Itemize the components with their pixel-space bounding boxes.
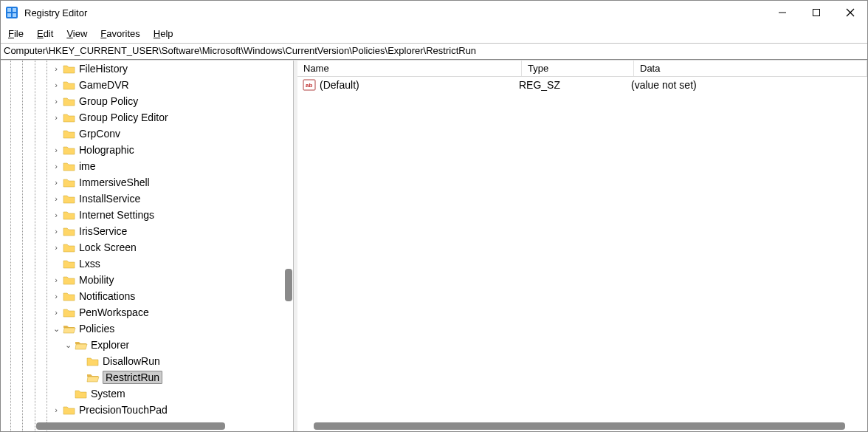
- tree-item[interactable]: DisallowRun: [1, 353, 293, 369]
- tree-item[interactable]: Lxss: [1, 256, 293, 272]
- tree-pane: ›FileHistory›GameDVR›Group Policy›Group …: [1, 61, 294, 431]
- tree-item[interactable]: ›Mobility: [1, 272, 293, 288]
- folder-icon: [63, 193, 76, 204]
- tree-item[interactable]: ›Internet Settings: [1, 207, 293, 223]
- list-body[interactable]: (Default)REG_SZ(value not set): [297, 77, 867, 431]
- tree-item-label: RestrictRun: [103, 371, 162, 384]
- reg-string-icon: [302, 78, 317, 92]
- menu-view[interactable]: View: [63, 27, 90, 41]
- chevron-right-icon[interactable]: ›: [51, 227, 61, 236]
- minimize-button[interactable]: [765, 1, 799, 24]
- folder-icon: [63, 112, 76, 123]
- value-row[interactable]: (Default)REG_SZ(value not set): [297, 77, 867, 93]
- tree-item[interactable]: ⌄Explorer: [1, 337, 293, 353]
- tree-item[interactable]: ›InstallService: [1, 191, 293, 207]
- folder-icon: [63, 128, 76, 139]
- chevron-down-icon[interactable]: ⌄: [63, 340, 73, 350]
- chevron-right-icon[interactable]: ›: [51, 145, 61, 154]
- tree-item[interactable]: ›Holographic: [1, 142, 293, 158]
- tree-item[interactable]: RestrictRun: [1, 369, 293, 385]
- tree-item-label: ImmersiveShell: [79, 176, 150, 188]
- chevron-right-icon[interactable]: ›: [51, 308, 61, 317]
- tree-item-label: InstallService: [79, 193, 140, 205]
- list-horizontal-scrollbar[interactable]: [314, 422, 845, 430]
- tree-item-label: Holographic: [79, 144, 134, 156]
- svg-rect-1: [7, 8, 11, 12]
- tree-item-label: Mobility: [79, 274, 114, 286]
- tree-item-label: Explorer: [91, 339, 129, 351]
- folder-icon: [63, 145, 76, 155]
- folder-open-icon: [63, 323, 76, 334]
- folder-icon: [63, 210, 76, 220]
- tree-item[interactable]: ›Notifications: [1, 288, 293, 304]
- tree-item[interactable]: GrpConv: [1, 126, 293, 142]
- chevron-right-icon[interactable]: ›: [51, 194, 61, 203]
- tree-item[interactable]: ›IrisService: [1, 223, 293, 239]
- svg-rect-6: [813, 10, 820, 16]
- folder-icon: [63, 96, 76, 106]
- tree-item[interactable]: ›PenWorkspace: [1, 304, 293, 320]
- menu-edit[interactable]: Edit: [34, 27, 56, 41]
- folder-icon: [86, 356, 100, 366]
- chevron-down-icon[interactable]: ⌄: [51, 324, 61, 334]
- menu-help[interactable]: Help: [151, 27, 176, 41]
- chevron-right-icon[interactable]: ›: [51, 162, 61, 171]
- tree-item-label: Lock Screen: [79, 241, 137, 253]
- column-type[interactable]: Type: [522, 61, 634, 76]
- chevron-right-icon[interactable]: ›: [51, 178, 61, 187]
- tree-content[interactable]: ›FileHistory›GameDVR›Group Policy›Group …: [1, 61, 293, 418]
- tree-item[interactable]: ›Group Policy Editor: [1, 109, 293, 126]
- list-header: Name Type Data: [297, 61, 867, 77]
- tree-item-label: System: [91, 388, 125, 400]
- tree-vertical-scrollbar[interactable]: [285, 269, 292, 301]
- chevron-right-icon[interactable]: ›: [51, 210, 61, 219]
- registry-editor-icon: [5, 6, 18, 19]
- close-button[interactable]: [833, 1, 867, 24]
- value-name: (Default): [320, 79, 519, 91]
- registry-editor-window: Registry Editor File Edit View Favorites…: [0, 0, 868, 432]
- menu-favorites[interactable]: Favorites: [97, 27, 142, 41]
- folder-open-icon: [75, 340, 88, 350]
- tree-item-label: DisallowRun: [103, 355, 160, 367]
- column-name[interactable]: Name: [297, 61, 522, 76]
- tree-item[interactable]: ›GameDVR: [1, 77, 293, 93]
- chevron-right-icon[interactable]: ›: [51, 80, 61, 89]
- tree-item[interactable]: ›Lock Screen: [1, 239, 293, 256]
- svg-rect-2: [13, 8, 16, 12]
- folder-open-icon: [86, 372, 100, 383]
- svg-rect-3: [7, 13, 11, 17]
- tree-horizontal-scrollbar[interactable]: [36, 422, 225, 430]
- tree-item[interactable]: ›PrecisionTouchPad: [1, 402, 293, 418]
- minimize-icon: [778, 8, 787, 17]
- tree-item[interactable]: ›FileHistory: [1, 61, 293, 77]
- menu-file[interactable]: File: [5, 27, 27, 41]
- tree-item-label: ime: [79, 160, 96, 172]
- tree-item-label: Group Policy Editor: [79, 112, 168, 123]
- tree-item-label: Policies: [79, 323, 114, 335]
- chevron-right-icon[interactable]: ›: [51, 113, 61, 122]
- chevron-right-icon[interactable]: ›: [51, 405, 61, 414]
- chevron-right-icon[interactable]: ›: [51, 64, 61, 73]
- folder-icon: [63, 258, 76, 269]
- folder-icon: [63, 161, 76, 171]
- tree-item[interactable]: ›ImmersiveShell: [1, 174, 293, 191]
- tree-item[interactable]: ›Group Policy: [1, 93, 293, 109]
- maximize-button[interactable]: [799, 1, 833, 24]
- address-bar[interactable]: Computer\HKEY_CURRENT_USER\Software\Micr…: [1, 44, 867, 60]
- folder-icon: [63, 405, 76, 415]
- tree-item[interactable]: System: [1, 385, 293, 402]
- tree-item[interactable]: ⌄Policies: [1, 320, 293, 337]
- tree-item[interactable]: ›ime: [1, 158, 293, 174]
- chevron-right-icon[interactable]: ›: [51, 97, 61, 106]
- menubar: File Edit View Favorites Help: [1, 24, 867, 44]
- tree-item-label: Internet Settings: [79, 209, 154, 221]
- chevron-right-icon[interactable]: ›: [51, 243, 61, 252]
- folder-icon: [63, 80, 76, 90]
- value-data: (value not set): [631, 79, 867, 91]
- tree-item-label: PenWorkspace: [79, 306, 149, 318]
- folder-icon: [63, 242, 76, 253]
- column-data[interactable]: Data: [634, 61, 867, 76]
- chevron-right-icon[interactable]: ›: [51, 275, 61, 284]
- chevron-right-icon[interactable]: ›: [51, 292, 61, 301]
- tree-item-label: Notifications: [79, 290, 135, 302]
